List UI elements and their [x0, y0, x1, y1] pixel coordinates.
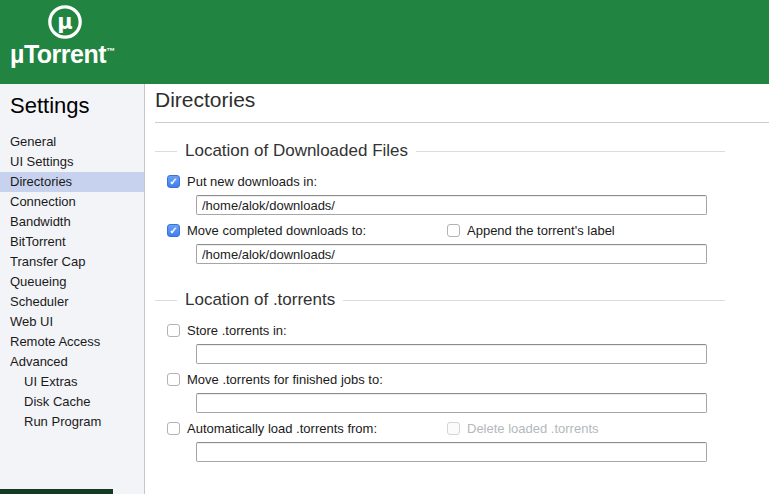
app-header: µ µTorrent™	[0, 0, 769, 84]
put-new-downloads-label[interactable]: Put new downloads in:	[187, 174, 317, 189]
sidebar-item-web-ui[interactable]: Web UI	[0, 312, 144, 332]
put-new-downloads-input[interactable]	[196, 195, 707, 215]
utorrent-logo-icon: µ	[46, 3, 84, 45]
legend-line	[155, 300, 177, 301]
put-new-downloads-checkbox[interactable]	[167, 175, 180, 188]
autoload-label[interactable]: Automatically load .torrents from:	[187, 421, 377, 436]
delete-loaded-checkbox	[447, 422, 460, 435]
move-completed-row: Move completed downloads to: Append the …	[167, 223, 769, 238]
move-completed-label[interactable]: Move completed downloads to:	[187, 223, 366, 238]
sidebar-item-remote-access[interactable]: Remote Access	[0, 332, 144, 352]
downloads-section-body: Put new downloads in: Move completed dow…	[155, 174, 769, 264]
append-label-pair: Append the torrent's label	[447, 223, 615, 238]
move-completed-checkbox[interactable]	[167, 224, 180, 237]
move-finished-input[interactable]	[196, 393, 707, 413]
app-wordmark: µTorrent™	[10, 40, 115, 69]
sidebar-item-queueing[interactable]: Queueing	[0, 272, 144, 292]
store-torrents-label[interactable]: Store .torrents in:	[187, 323, 287, 338]
settings-sidebar: Settings General UI Settings Directories…	[0, 84, 145, 494]
sidebar-item-ui-extras[interactable]: UI Extras	[0, 372, 144, 392]
partial-footer-bar	[0, 489, 113, 494]
torrents-section-header: Location of .torrents	[155, 290, 725, 310]
move-finished-row: Move .torrents for finished jobs to:	[167, 372, 769, 387]
directories-panel: Directories Location of Downloaded Files…	[146, 84, 769, 494]
legend-line	[416, 151, 725, 152]
sidebar-item-scheduler[interactable]: Scheduler	[0, 292, 144, 312]
sidebar-item-ui-settings[interactable]: UI Settings	[0, 152, 144, 172]
torrents-section-legend: Location of .torrents	[177, 290, 343, 310]
sidebar-item-bittorrent[interactable]: BitTorrent	[0, 232, 144, 252]
store-torrents-checkbox[interactable]	[167, 324, 180, 337]
autoload-checkbox[interactable]	[167, 422, 180, 435]
legend-line	[155, 151, 177, 152]
downloads-section-header: Location of Downloaded Files	[155, 141, 725, 161]
sidebar-item-run-program[interactable]: Run Program	[0, 412, 144, 432]
downloads-section-legend: Location of Downloaded Files	[177, 141, 416, 161]
app-name: µTorrent	[10, 40, 106, 68]
move-finished-checkbox[interactable]	[167, 373, 180, 386]
delete-loaded-label: Delete loaded .torrents	[467, 421, 599, 436]
autoload-row: Automatically load .torrents from: Delet…	[167, 421, 769, 436]
sidebar-item-transfer-cap[interactable]: Transfer Cap	[0, 252, 144, 272]
store-torrents-input[interactable]	[196, 344, 707, 364]
append-label-checkbox[interactable]	[447, 224, 460, 237]
sidebar-item-disk-cache[interactable]: Disk Cache	[0, 392, 144, 412]
move-finished-label[interactable]: Move .torrents for finished jobs to:	[187, 372, 383, 387]
trademark-symbol: ™	[106, 46, 115, 56]
utorrent-settings-page: µ µTorrent™ Settings General UI Settings…	[0, 0, 769, 494]
put-new-downloads-row: Put new downloads in:	[167, 174, 769, 189]
sidebar-item-advanced[interactable]: Advanced	[0, 352, 144, 372]
sidebar-item-general[interactable]: General	[0, 132, 144, 152]
autoload-input[interactable]	[196, 442, 707, 462]
sidebar-item-bandwidth[interactable]: Bandwidth	[0, 212, 144, 232]
sidebar-item-connection[interactable]: Connection	[0, 192, 144, 212]
sidebar-item-directories[interactable]: Directories	[0, 172, 144, 192]
delete-loaded-pair: Delete loaded .torrents	[447, 421, 599, 436]
move-completed-input[interactable]	[196, 244, 707, 264]
append-label-label[interactable]: Append the torrent's label	[467, 223, 615, 238]
sidebar-title: Settings	[10, 93, 144, 119]
store-torrents-row: Store .torrents in:	[167, 323, 769, 338]
page-title: Directories	[155, 88, 769, 112]
svg-text:µ: µ	[57, 10, 72, 34]
title-divider	[155, 122, 769, 123]
legend-line	[343, 300, 725, 301]
torrents-section-body: Store .torrents in: Move .torrents for f…	[155, 323, 769, 462]
